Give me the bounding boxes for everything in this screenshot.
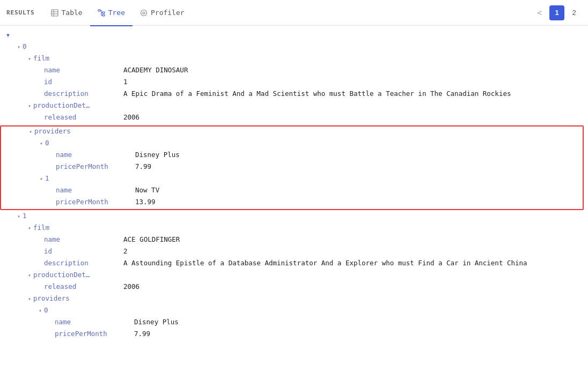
film-1-description-value: A Astounding Epistle of a Database Admin… (123, 259, 527, 267)
film-0-name-value: ACADEMY DINOSAUR (123, 66, 188, 74)
tab-tree[interactable]: Tree (90, 1, 133, 26)
providers-0-item0-price-value: 7.99 (135, 162, 151, 170)
providers-1-item0-price-value: 7.99 (134, 330, 150, 338)
film-1-description-row: description A Astounding Epistle of a Da… (0, 258, 588, 270)
film-1-id-row: id 2 (0, 247, 588, 258)
tab-table-label: Table (62, 9, 83, 17)
providers-1-item0-key: 0 (44, 306, 119, 314)
profiler-icon (140, 9, 148, 17)
providers-0-item1-name-key: name (56, 186, 131, 194)
production-1-released-key: released (44, 282, 119, 290)
production-0-row: ▾ productionDet… (0, 101, 588, 113)
providers-0-item1-name-value: Now TV (135, 186, 159, 194)
tab-tree-label: Tree (108, 9, 125, 17)
svg-rect-6 (102, 14, 105, 16)
record-1-expand[interactable]: ▾ (15, 213, 23, 219)
page-2-button[interactable]: 2 (567, 5, 582, 20)
providers-1-key: providers (33, 294, 108, 302)
providers-1-item0-row: ▾ 0 (0, 306, 588, 317)
providers-1-item0-expand[interactable]: ▾ (36, 308, 44, 314)
film-0-id-row: id 1 (0, 77, 588, 89)
prev-page-button[interactable]: < (532, 5, 547, 20)
tree-content: ▾ ▾ 0 ▾ film name ACADEMY DINOSAUR id 1 … (0, 26, 588, 365)
providers-0-item0-price-key: pricePerMonth (56, 162, 131, 170)
providers-1-item0-name-key: name (55, 318, 130, 326)
production-1-key: productionDet… (33, 271, 108, 279)
production-0-expand[interactable]: ▾ (26, 103, 33, 109)
production-1-expand[interactable]: ▾ (26, 272, 33, 278)
providers-0-item0-key: 0 (45, 139, 120, 147)
production-0-released-value: 2006 (123, 113, 139, 121)
production-0-released-key: released (44, 113, 119, 121)
providers-0-item1-price-key: pricePerMonth (56, 198, 131, 206)
providers-0-item0-name-value: Disney Plus (135, 151, 180, 159)
record-0-key: 0 (23, 42, 98, 50)
record-1-key: 1 (23, 212, 98, 220)
production-0-released-row: released 2006 (0, 113, 588, 124)
providers-0-item1-row: ▾ 1 (1, 174, 583, 185)
film-0-key: film (33, 54, 108, 62)
table-icon (51, 9, 58, 17)
tab-table[interactable]: Table (43, 1, 90, 26)
film-0-description-value: A Epic Drama of a Feminist And a Mad Sci… (123, 90, 511, 98)
production-0-key: productionDet… (33, 101, 108, 109)
providers-0-item1-name-row: name Now TV (1, 185, 583, 197)
film-0-id-value: 1 (123, 78, 128, 86)
providers-1-item0-price-row: pricePerMonth 7.99 (0, 329, 588, 341)
film-1-row: ▾ film (0, 223, 588, 235)
film-0-expand[interactable]: ▾ (26, 56, 33, 62)
record-0: ▾ 0 ▾ film name ACADEMY DINOSAUR id 1 de… (0, 42, 588, 210)
providers-1-expand[interactable]: ▾ (26, 296, 33, 302)
svg-point-11 (141, 10, 146, 16)
providers-1-item0-name-value: Disney Plus (134, 318, 179, 326)
tab-profiler[interactable]: Profiler (133, 1, 192, 26)
film-1-key: film (33, 224, 108, 232)
tree-icon (98, 9, 105, 17)
film-0-name-row: name ACADEMY DINOSAUR (0, 65, 588, 77)
svg-rect-4 (98, 10, 100, 11)
header: RESULTS Table Tree (0, 0, 588, 26)
svg-point-12 (143, 12, 145, 14)
providers-0-item0-expand[interactable]: ▾ (38, 140, 45, 146)
film-1-id-key: id (44, 247, 119, 255)
providers-0-item0-price-row: pricePerMonth 7.99 (1, 162, 583, 174)
providers-0-item1-expand[interactable]: ▾ (38, 176, 45, 182)
film-1-expand[interactable]: ▾ (26, 225, 33, 231)
providers-1-item0-name-row: name Disney Plus (0, 317, 588, 329)
production-1-row: ▾ productionDet… (0, 270, 588, 282)
film-0-description-key: description (44, 90, 119, 98)
film-1-name-row: name ACE GOLDFINGER (0, 235, 588, 247)
pagination: < 1 2 (532, 5, 582, 20)
providers-0-row: ▾ providers (1, 126, 583, 138)
film-0-description-row: description A Epic Drama of a Feminist A… (0, 89, 588, 101)
providers-1-item0-price-key: pricePerMonth (55, 330, 130, 338)
film-1-id-value: 2 (123, 247, 128, 255)
film-1-name-key: name (44, 235, 119, 243)
providers-0-item1-price-row: pricePerMonth 13.99 (1, 197, 583, 209)
collapse-all-row: ▾ (0, 30, 588, 42)
providers-0-item1-key: 1 (45, 174, 120, 182)
providers-1-row: ▾ providers (0, 294, 588, 306)
film-0-row: ▾ film (0, 54, 588, 65)
providers-0-item0-name-row: name Disney Plus (1, 150, 583, 162)
providers-0-item1-price-value: 13.99 (135, 198, 156, 206)
providers-0-item0-row: ▾ 0 (1, 138, 583, 150)
providers-0-key: providers (34, 127, 109, 135)
providers-0-highlight: ▾ providers ▾ 0 name Disney Plus pricePe… (0, 125, 584, 210)
svg-rect-0 (52, 10, 58, 16)
svg-rect-5 (102, 12, 105, 13)
collapse-all-icon[interactable]: ▾ (4, 31, 12, 39)
record-0-expand[interactable]: ▾ (15, 44, 23, 50)
record-1: ▾ 1 ▾ film name ACE GOLDFINGER id 2 desc… (0, 211, 588, 341)
film-1-name-value: ACE GOLDFINGER (123, 235, 180, 243)
film-1-description-key: description (44, 259, 119, 267)
production-1-released-row: released 2006 (0, 282, 588, 294)
record-0-row: ▾ 0 (0, 42, 588, 54)
film-0-id-key: id (44, 78, 119, 86)
tab-profiler-label: Profiler (151, 9, 185, 17)
page-1-button[interactable]: 1 (549, 5, 564, 20)
film-0-name-key: name (44, 66, 119, 74)
results-label: RESULTS (6, 9, 35, 16)
providers-0-expand[interactable]: ▾ (27, 129, 34, 135)
providers-0-item0-name-key: name (56, 151, 131, 159)
